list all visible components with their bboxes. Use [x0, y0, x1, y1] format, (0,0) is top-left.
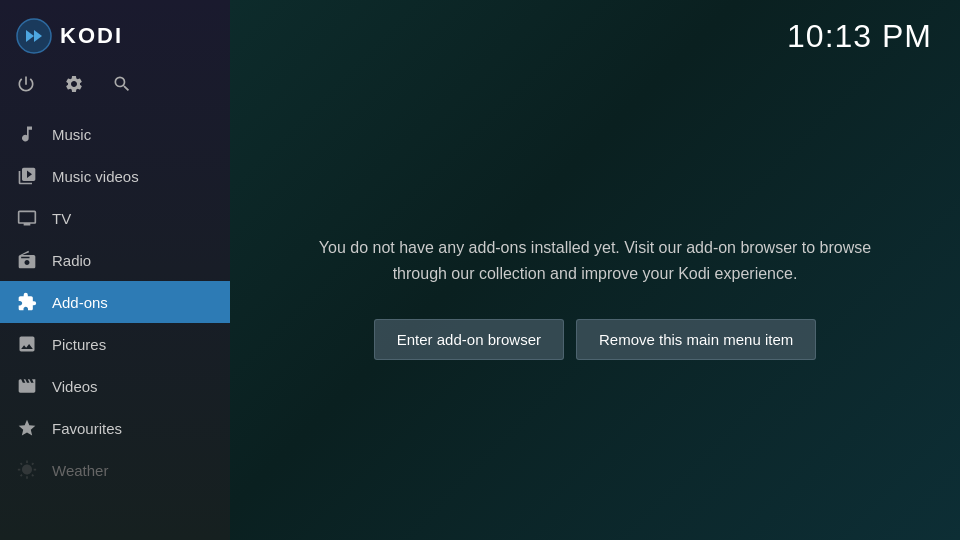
sidebar-item-music-videos[interactable]: Music videos — [0, 155, 230, 197]
sidebar-item-videos[interactable]: Videos — [0, 365, 230, 407]
power-icon[interactable] — [16, 74, 36, 99]
topbar: 10:13 PM — [230, 0, 960, 55]
sidebar-item-add-ons[interactable]: Add-ons — [0, 281, 230, 323]
pictures-icon — [16, 333, 38, 355]
sidebar-item-favourites[interactable]: Favourites — [0, 407, 230, 449]
sidebar-action-bar — [0, 68, 230, 113]
settings-icon[interactable] — [64, 74, 84, 99]
sidebar-item-music[interactable]: Music — [0, 113, 230, 155]
sidebar-nav: Music Music videos TV Radio — [0, 113, 230, 540]
sidebar-item-pictures[interactable]: Pictures — [0, 323, 230, 365]
favourites-icon — [16, 417, 38, 439]
videos-icon — [16, 375, 38, 397]
main-content: 10:13 PM You do not have any add-ons ins… — [230, 0, 960, 540]
search-icon[interactable] — [112, 74, 132, 99]
action-buttons: Enter add-on browser Remove this main me… — [374, 319, 817, 360]
music-icon — [16, 123, 38, 145]
weather-icon — [16, 459, 38, 481]
content-area: You do not have any add-ons installed ye… — [230, 55, 960, 540]
kodi-logo-icon — [16, 18, 52, 54]
app-title: KODI — [60, 23, 123, 49]
sidebar-item-radio[interactable]: Radio — [0, 239, 230, 281]
sidebar-item-weather[interactable]: Weather — [0, 449, 230, 491]
remove-menu-item-button[interactable]: Remove this main menu item — [576, 319, 816, 360]
info-message: You do not have any add-ons installed ye… — [290, 235, 900, 286]
sidebar-item-tv[interactable]: TV — [0, 197, 230, 239]
radio-icon — [16, 249, 38, 271]
sidebar: KODI Music Music videos — [0, 0, 230, 540]
music-videos-icon — [16, 165, 38, 187]
tv-icon — [16, 207, 38, 229]
clock: 10:13 PM — [787, 18, 932, 55]
add-ons-icon — [16, 291, 38, 313]
enter-addon-browser-button[interactable]: Enter add-on browser — [374, 319, 564, 360]
sidebar-header: KODI — [0, 0, 230, 68]
